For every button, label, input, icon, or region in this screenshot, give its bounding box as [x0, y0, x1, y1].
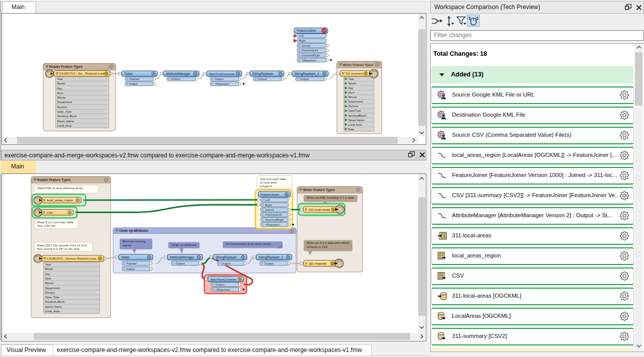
svg-text:Local_Area: Local_Area [45, 310, 60, 313]
svg-text:Output: Output [258, 77, 267, 80]
svg-text:Output: Output [215, 77, 224, 80]
svg-text:Passed: Passed [130, 77, 140, 80]
svg-text:Hour: Hour [348, 91, 354, 94]
svg-text:Output: Output [264, 262, 273, 265]
svg-text:Year: Year [45, 263, 51, 266]
svg-text:CSV: CSV [47, 211, 54, 214]
svg-text:Reader Feature Types: Reader Feature Types [37, 178, 71, 182]
svg-text:Read KML of local planning are: Read KML of local planning areas [37, 186, 83, 190]
svg-text:StringReplacer_2: StringReplacer_2 [295, 72, 319, 76]
svg-text:Department: Department [45, 287, 60, 290]
svg-text:schema to CSV: schema to CSV [307, 245, 328, 248]
svg-text:Department: Department [57, 101, 72, 104]
svg-text:files stored in a ZIP on the w: files stored in a ZIP on the web [37, 247, 79, 250]
svg-text:FeatureJoiner: FeatureJoiner [261, 193, 280, 196]
svg-text:Hour: Hour [45, 277, 51, 280]
svg-text:UnjoinedRight: UnjoinedRight [265, 218, 284, 221]
svg-text:Writer Feature Types: Writer Feature Types [343, 63, 374, 66]
svg-text:CaseType: CaseType [348, 109, 361, 112]
svg-text:StringReplacer: StringReplacer [252, 72, 273, 76]
svg-text:Reader Feature Types: Reader Feature Types [49, 65, 83, 69]
svg-text:Tester: Tester [121, 255, 130, 259]
svg-text:Division: Division [45, 291, 55, 294]
svg-text:Date: Date [348, 128, 354, 131]
svg-text:Department: Department [348, 100, 363, 103]
svg-text:Case_Type: Case_Type [57, 110, 72, 113]
svg-text:Joined: Joined [302, 44, 310, 47]
svg-text:Remove missing: Remove missing [123, 239, 145, 243]
svg-text:to local area: to local area [260, 181, 277, 184]
svg-text:StringReplacer: StringReplacer [216, 255, 237, 259]
svg-text:Street_Name: Street_Name [45, 305, 62, 308]
svg-text:Output: Output [171, 77, 180, 80]
svg-text:values: values [123, 243, 132, 247]
svg-text:Fix inconsistent local area na: Fix inconsistent local area names [226, 242, 271, 245]
svg-text:Passed: Passed [127, 262, 137, 265]
svg-text:<Rejected>: <Rejected> [302, 59, 317, 62]
svg-text:UnjoinedRight: UnjoinedRight [302, 54, 320, 57]
svg-text:Join summary table: Join summary table [260, 177, 287, 181]
svg-text:Write out KML including 3-1-1: Write out KML including 3-1-1 data [307, 196, 354, 199]
svg-text:polygons: polygons [260, 184, 272, 188]
svg-text:<Rejected>: <Rejected> [215, 82, 230, 85]
svg-text:Output: Output [300, 77, 309, 80]
svg-text:Read 3-1-1 summary table: Read 3-1-1 summary table [37, 220, 74, 224]
svg-text:<Rejected>: <Rejected> [265, 223, 281, 226]
svg-text:UnjoinedLeft: UnjoinedLeft [302, 49, 318, 52]
svg-text:Year: Year [348, 77, 354, 80]
svg-text:Failed: Failed [127, 267, 135, 271]
svg-text:Minute: Minute [45, 282, 54, 285]
svg-text:Read 2017 311 records from 12: Read 2017 311 records from 12 XLS [37, 243, 87, 247]
svg-text:Year: Year [57, 77, 63, 80]
svg-text:Right: Right [299, 39, 306, 42]
svg-text:Month: Month [57, 82, 65, 85]
svg-text:Tester: Tester [124, 72, 133, 75]
svg-text:Division: Division [57, 106, 67, 109]
svg-text:Left: Left [299, 34, 304, 37]
svg-text:Day: Day [45, 273, 50, 276]
svg-text:Local Area: Local Area [348, 123, 362, 126]
svg-text:Write out 3-1-1 data with edit: Write out 3-1-1 data with edited [307, 241, 349, 244]
svg-text:Local_Area: Local_Area [57, 124, 72, 127]
svg-text:Month: Month [45, 267, 53, 271]
svg-text:Minute: Minute [57, 96, 66, 99]
svg-text:Hundred_Block: Hundred_Block [57, 115, 77, 118]
svg-text:local_areas_region: local_areas_region [47, 198, 73, 202]
svg-text:Failed: Failed [130, 82, 138, 85]
svg-text:Right: Right [265, 204, 272, 207]
svg-text:from CSV file: from CSV file [37, 224, 56, 227]
svg-text:StringReplacer_2: StringReplacer_2 [259, 255, 284, 259]
svg-text:Left: Left [265, 199, 270, 202]
svg-text:AttributeManager: AttributeManager [166, 72, 190, 76]
svg-text:311-local-areas: 311-local-areas [309, 208, 330, 211]
svg-text:311-requests: 311-requests [345, 71, 363, 75]
svg-text:Output: Output [176, 262, 185, 265]
svg-text:Division: Division [348, 105, 358, 108]
svg-text:Case_Type: Case_Type [45, 296, 60, 299]
svg-text:Day: Day [348, 86, 353, 90]
svg-text:Clean up attributes: Clean up attributes [119, 229, 148, 233]
svg-text:AttributeManager: AttributeManager [170, 255, 194, 259]
svg-text:UnjoinedLeft: UnjoinedLeft [265, 213, 282, 216]
svg-text:DateTimeConverter: DateTimeConverter [209, 72, 235, 75]
svg-text:CA18COV1 - Service Request Loc: CA18COV1 - Service Request Loca [47, 256, 97, 260]
svg-text:Street Name: Street Name [348, 119, 364, 122]
svg-text:FeatureJoiner: FeatureJoiner [297, 29, 316, 32]
svg-text:Clean up attributes: Clean up attributes [171, 243, 197, 246]
svg-text:311-requests: 311-requests [309, 261, 327, 265]
svg-text:Joined: Joined [265, 208, 273, 211]
svg-text:CA18COV1 - Se... Request Loca: CA18COV1 - Se... Request Loca [59, 71, 105, 75]
svg-text:Hundred_Block: Hundred_Block [45, 300, 65, 303]
svg-text:<Rejected>: <Rejected> [216, 288, 231, 291]
svg-text:Month: Month [348, 82, 356, 85]
svg-text:Output: Output [216, 283, 225, 286]
svg-text:Day: Day [57, 87, 62, 90]
svg-text:Writer Feature Types: Writer Feature Types [303, 188, 335, 192]
svg-text:Output: Output [222, 262, 231, 265]
svg-text:Hour: Hour [57, 92, 63, 95]
svg-text:DateTimeConverter: DateTimeConverter [211, 278, 236, 281]
svg-text:Street_Name: Street_Name [57, 120, 74, 123]
svg-text:Minute: Minute [348, 96, 357, 99]
svg-text:HundredBlock: HundredBlock [348, 114, 366, 117]
